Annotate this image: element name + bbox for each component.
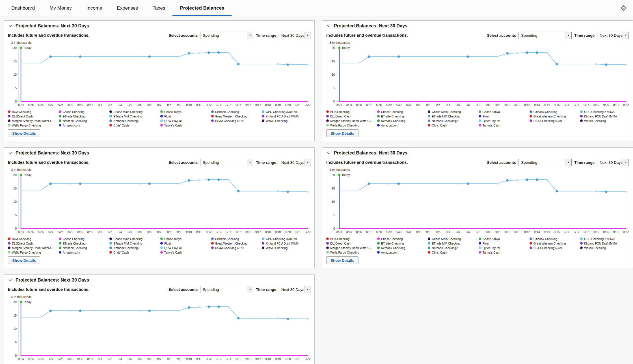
chevron-down-icon: ▼ <box>304 159 310 166</box>
legend-label: Citibank Checking <box>215 237 239 241</box>
legend-swatch-icon <box>326 115 329 117</box>
data-point-marker <box>79 309 81 312</box>
svg-text:8/31: 8/31 <box>87 230 93 234</box>
y-axis-labels: 05101520 <box>13 173 17 230</box>
time-range-dropdown[interactable]: Next 30 Days ▼ <box>279 286 310 293</box>
select-accounts-dropdown[interactable]: Spending ▼ <box>200 286 253 293</box>
svg-text:9/18: 9/18 <box>584 230 589 234</box>
data-point-marker <box>605 64 607 66</box>
data-point-marker <box>625 64 627 66</box>
nav-tab-income[interactable]: Income <box>79 0 110 16</box>
panel-title: Projected Balances: Next 30 Days <box>16 278 89 283</box>
legend-swatch-icon <box>580 242 583 245</box>
select-accounts-dropdown[interactable]: Spending ▼ <box>200 159 253 166</box>
legend-swatch-icon <box>479 242 481 245</box>
panel-controls: Select accounts Spending ▼ Time range Ne… <box>487 32 629 39</box>
legend-item: USAA Checking 6379 <box>530 119 578 123</box>
collapse-chevron-icon[interactable] <box>326 151 331 155</box>
legend-swatch-icon <box>262 115 264 117</box>
legend-swatch-icon <box>109 119 112 122</box>
show-details-button[interactable]: Show Details <box>8 256 40 264</box>
legend-item: WaMu Checking <box>262 246 310 250</box>
collapse-chevron-icon[interactable] <box>326 24 331 28</box>
legend-label: Tanya's Cash <box>483 124 500 127</box>
nav-tab-taxes[interactable]: Taxes <box>145 0 172 16</box>
projected-balances-chart: $ in thousands051015208/248/258/268/278/… <box>326 40 629 108</box>
legend-swatch-icon <box>580 110 583 113</box>
settings-gear-icon[interactable]: ⚙ <box>617 5 630 12</box>
svg-text:9/15: 9/15 <box>236 230 241 234</box>
svg-text:9/2: 9/2 <box>108 230 112 234</box>
legend-item: Tanya's Cash <box>160 250 209 254</box>
legend-label: Float <box>164 242 171 245</box>
chevron-down-icon: ▼ <box>304 32 310 39</box>
legend-item: ETrade Checking <box>59 241 107 245</box>
data-point-marker <box>208 178 210 181</box>
panel-subtitle: Includes future and overdue transactions… <box>8 33 89 38</box>
legend-swatch-icon <box>479 124 481 127</box>
select-accounts-dropdown[interactable]: Spending ▼ <box>200 32 253 39</box>
legend-label: Chris' Cash <box>432 124 447 127</box>
svg-text:9/1: 9/1 <box>98 103 102 106</box>
legend-label: Netbank Checking2 <box>113 246 139 250</box>
svg-text:15: 15 <box>332 187 335 190</box>
legend-swatch-icon <box>211 242 214 245</box>
legend-label: Netbank Checking2 <box>432 246 458 250</box>
chart-axes <box>336 173 628 228</box>
show-details-button[interactable]: Show Details <box>326 256 358 264</box>
nav-tab-dashboard[interactable]: Dashboard <box>4 0 42 16</box>
svg-text:20: 20 <box>13 46 17 49</box>
svg-text:8/28: 8/28 <box>376 230 382 234</box>
projected-balances-panel: Projected Balances: Next 30 Days Include… <box>4 274 315 364</box>
select-accounts-dropdown[interactable]: Spending ▼ <box>519 32 572 39</box>
svg-text:9/8: 9/8 <box>167 103 171 106</box>
legend-label: QPW PayPal <box>164 119 182 123</box>
legend-item: Netbank Checking2 <box>109 119 158 123</box>
time-range-dropdown[interactable]: Next 30 Days ▼ <box>279 159 310 166</box>
select-accounts-value: Spending <box>519 160 565 165</box>
legend-label: Chase Tanya <box>164 237 182 241</box>
legend-label: Wells Fargo Checking <box>12 251 41 254</box>
legend-item: Citibank Checking <box>530 110 578 114</box>
collapse-chevron-icon[interactable] <box>8 278 13 282</box>
legend-label: Wells Fargo Checking <box>12 124 41 127</box>
legend-item: Float <box>160 114 209 118</box>
time-range-dropdown[interactable]: Next 30 Days ▼ <box>597 32 629 39</box>
legend-swatch-icon <box>580 119 583 122</box>
collapse-chevron-icon[interactable] <box>8 151 13 155</box>
show-details-button[interactable]: Show Details <box>326 129 358 137</box>
nav-tab-my-money[interactable]: My Money <box>42 0 79 16</box>
legend-item: CPC Checking XX0670 <box>262 110 310 114</box>
show-details-button[interactable]: Show Details <box>8 129 40 137</box>
panel-controls: Select accounts Spending ▼ Time range Ne… <box>168 286 310 293</box>
today-label: Today <box>23 300 32 304</box>
legend-item: Netbank Checking2 <box>109 246 158 250</box>
svg-text:9/8: 9/8 <box>485 103 490 106</box>
svg-text:20: 20 <box>13 173 17 176</box>
time-range-dropdown[interactable]: Next 30 Days ▼ <box>279 32 310 39</box>
legend-label: Wells Fargo Checking <box>330 124 359 127</box>
panel-title: Projected Balances: Next 30 Days <box>334 151 407 156</box>
data-point-marker <box>388 183 390 184</box>
nav-tab-projected-balances[interactable]: Projected Balances <box>172 0 232 16</box>
time-range-label: Time range <box>574 160 595 165</box>
legend-swatch-icon <box>479 119 481 122</box>
nav-tab-expenses[interactable]: Expenses <box>109 0 145 16</box>
svg-text:5: 5 <box>15 86 17 90</box>
svg-text:9/22: 9/22 <box>305 103 310 106</box>
projected-balances-chart: $ in thousands051015208/248/258/268/278/… <box>8 167 310 235</box>
data-point-marker <box>79 182 81 185</box>
select-accounts-dropdown[interactable]: Spending ▼ <box>519 159 572 166</box>
svg-text:9/9: 9/9 <box>177 357 181 361</box>
panel-controls-row: Includes future and overdue transactions… <box>326 158 629 166</box>
svg-text:9/5: 9/5 <box>137 357 142 361</box>
data-point-marker <box>457 183 459 184</box>
svg-text:8/27: 8/27 <box>366 103 372 106</box>
time-range-dropdown[interactable]: Next 30 Days ▼ <box>597 159 629 166</box>
legend-label: Amazon.com <box>63 251 80 254</box>
today-dot-icon <box>338 174 341 176</box>
legend-item: QPW PayPal <box>160 119 209 123</box>
collapse-chevron-icon[interactable] <box>8 24 13 28</box>
legend-label: Chris' Cash <box>113 251 129 254</box>
svg-text:9/11: 9/11 <box>196 230 202 234</box>
